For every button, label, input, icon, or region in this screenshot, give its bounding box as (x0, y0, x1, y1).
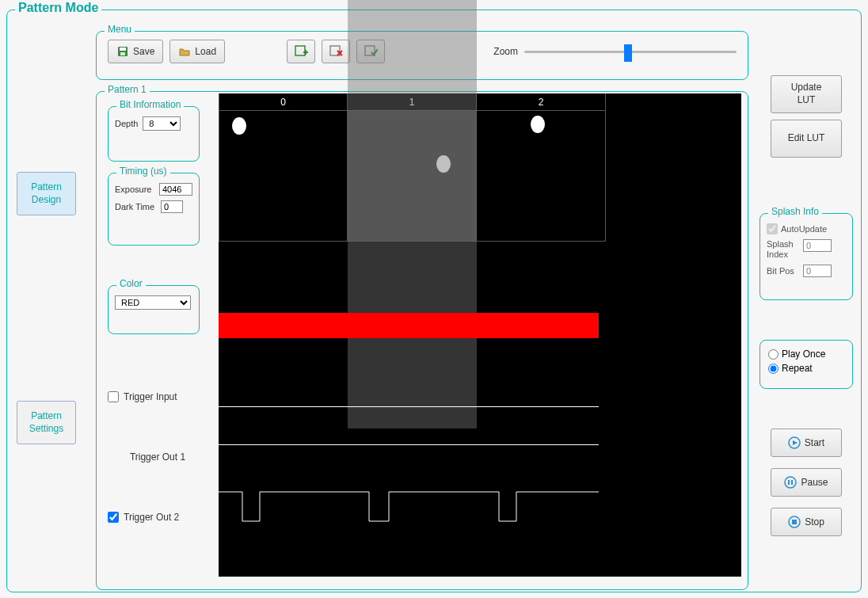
col-header-0: 0 (219, 93, 348, 111)
pause-icon (784, 476, 797, 489)
menu-legend: Menu (105, 24, 135, 35)
tab-pattern-settings[interactable]: Pattern Settings (17, 401, 76, 444)
signal-area (219, 398, 741, 573)
pattern-canvas[interactable]: 0 1 2 (219, 93, 741, 577)
load-button[interactable]: Load (169, 40, 225, 63)
dark-time-label: Dark Time (115, 202, 156, 211)
col-header-2: 2 (477, 93, 606, 111)
tab-pattern-design[interactable]: Pattern Design (17, 172, 76, 215)
trigger-input-row: Trigger Input (108, 391, 207, 402)
svg-rect-8 (788, 480, 790, 485)
start-button[interactable]: Start (771, 429, 842, 457)
timing-group: Timing (us) Exposure Dark Time (108, 173, 200, 246)
save-button[interactable]: Save (108, 40, 163, 63)
stop-button[interactable]: Stop (771, 508, 842, 536)
load-icon (178, 45, 191, 58)
update-lut-button[interactable]: Update LUT (771, 75, 842, 113)
svg-rect-3 (295, 46, 305, 55)
bit-pos-input (803, 265, 832, 277)
svg-rect-2 (120, 52, 125, 55)
pause-button[interactable]: Pause (771, 468, 842, 497)
repeat-radio[interactable]: Repeat (768, 363, 844, 374)
zoom-slider[interactable] (524, 44, 737, 59)
red-band (219, 313, 599, 338)
color-select[interactable]: RED (115, 295, 191, 310)
trigger-out1-row: Trigger Out 1 (108, 451, 207, 463)
pattern1-group: Pattern 1 Bit Information Depth 8 Timing… (96, 91, 748, 590)
check-icon (364, 44, 378, 59)
zoom-label: Zoom (493, 46, 518, 57)
side-tabs: Pattern Design Pattern Settings (17, 172, 76, 598)
pattern1-legend: Pattern 1 (105, 84, 150, 95)
add-icon (294, 44, 308, 59)
autoupdate-checkbox (767, 223, 778, 234)
add-pattern-button[interactable] (287, 40, 315, 63)
window-title: Pattern Mode (15, 1, 101, 15)
depth-label: Depth (115, 119, 138, 128)
pattern-cell-1[interactable] (348, 111, 477, 242)
pattern-cell-2[interactable] (477, 111, 606, 242)
edit-lut-button[interactable]: Edit LUT (771, 120, 842, 158)
depth-select[interactable]: 8 (143, 116, 181, 131)
right-column: Update LUT Edit LUT Splash Info AutoUpda… (760, 75, 853, 547)
trigger-out2-row: Trigger Out 2 (108, 512, 207, 523)
refresh-pattern-button[interactable] (356, 40, 385, 63)
color-group: Color RED (108, 285, 200, 334)
bit-info-group: Bit Information Depth 8 (108, 106, 200, 162)
play-once-radio[interactable]: Play Once (768, 349, 844, 360)
pattern-cell-0[interactable] (219, 111, 348, 242)
pattern-mode-group: Pattern Mode Pattern Design Pattern Sett… (6, 10, 862, 592)
exposure-input[interactable] (159, 183, 192, 196)
trigger-out2-checkbox[interactable] (108, 512, 119, 523)
remove-pattern-button[interactable] (322, 40, 350, 63)
splash-index-input (803, 239, 832, 252)
svg-rect-11 (792, 520, 797, 524)
play-icon (788, 436, 801, 449)
menu-group: Menu Save Load Zoom (96, 31, 748, 80)
play-mode-group: Play Once Repeat (760, 340, 853, 389)
trigger-input-checkbox[interactable] (108, 391, 119, 402)
svg-point-7 (785, 477, 796, 488)
remove-icon (329, 44, 343, 59)
dark-time-input[interactable] (161, 200, 183, 213)
svg-rect-1 (120, 48, 126, 51)
svg-rect-9 (791, 480, 793, 485)
splash-info-group: Splash Info AutoUpdate Splash Index Bit … (760, 213, 853, 300)
exposure-label: Exposure (115, 185, 154, 194)
col-header-1: 1 (348, 93, 477, 111)
stop-icon (788, 516, 801, 528)
save-icon (116, 45, 129, 58)
